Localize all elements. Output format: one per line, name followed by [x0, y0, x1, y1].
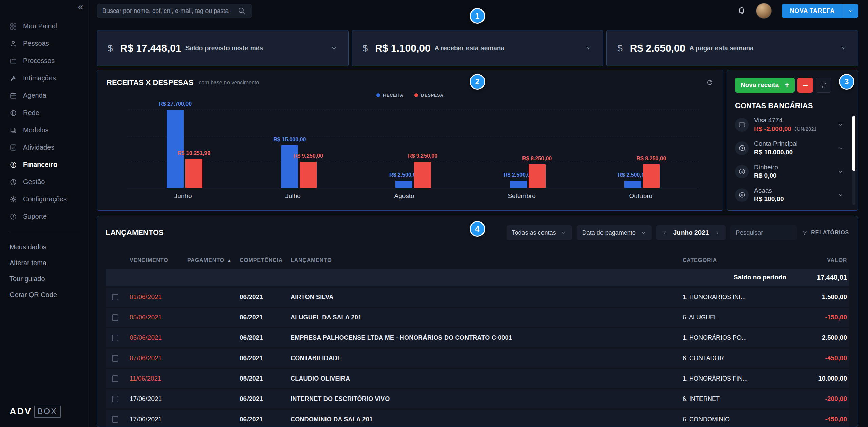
sidebar-item-intimacoes[interactable]: Intimações — [0, 70, 88, 87]
transfer-button[interactable] — [816, 78, 831, 93]
sidebar-link-alterar-tema[interactable]: Alterar tema — [0, 255, 88, 271]
receita-bar[interactable]: R$ 15.000,00 — [281, 145, 298, 188]
receita-bar[interactable]: R$ 27.700,00 — [167, 110, 184, 188]
row-checkbox[interactable] — [112, 294, 118, 300]
column-header-1[interactable]: PAGAMENTO▲ — [187, 257, 240, 264]
annotation-badge-1: 1 — [470, 8, 485, 24]
legend-despesa[interactable]: DESPESA — [414, 93, 443, 98]
transaction-row-5[interactable]: 17/06/2021 06/2021 INTERNET DO ESCRITÓRI… — [106, 389, 849, 408]
prev-month-button[interactable] — [662, 230, 667, 235]
account-row-3[interactable]: $ Asaas R$ 100,00 — [735, 183, 850, 207]
new-task-dropdown[interactable] — [843, 8, 858, 14]
transaction-row-4[interactable]: 11/06/2021 05/2021 CLAUDIO OLIVEIRA 1. H… — [106, 369, 849, 388]
row-checkbox[interactable] — [112, 314, 118, 321]
sidebar-item-configuracoes[interactable]: Configurações — [0, 191, 88, 208]
column-header-5[interactable]: VALOR — [788, 257, 847, 264]
sidebar-item-gestao[interactable]: Gestão — [0, 173, 88, 191]
summary-card-2[interactable]: $ R$ 1.100,00 A receber esta semana — [352, 30, 604, 66]
middle-row: RECEITAS X DESPESAS com base no vencimen… — [97, 70, 858, 211]
accounts-filter-select[interactable]: Todas as contas — [507, 225, 572, 240]
category: 6. ALUGUEL — [683, 314, 788, 321]
sidebar-item-meu-painel[interactable]: Meu Painel — [0, 18, 88, 35]
month-label: Junho — [174, 192, 192, 200]
account-balance: R$ 100,00 — [754, 195, 832, 203]
sidebar-item-financeiro[interactable]: $ Financeiro — [0, 156, 88, 173]
legend-receita[interactable]: RECEITA — [376, 93, 403, 98]
advbox-logo: ADV BOX — [9, 406, 61, 418]
account-row-1[interactable]: $ Conta Principal R$ 18.000,00 — [735, 136, 850, 160]
new-income-button[interactable]: Nova receita + — [735, 78, 795, 93]
checkbox-cell — [108, 294, 130, 300]
row-checkbox[interactable] — [112, 335, 118, 341]
user-avatar[interactable] — [756, 3, 772, 19]
next-month-button[interactable] — [715, 230, 720, 235]
sidebar-item-label: Meu Painel — [23, 22, 57, 30]
collapse-sidebar-icon[interactable]: « — [78, 1, 83, 12]
account-row-0[interactable]: Visa 4774 R$ -2.000,00 JUN/2021 — [735, 113, 850, 136]
row-checkbox[interactable] — [112, 396, 118, 402]
search-icon-wrap — [237, 6, 246, 15]
svg-text:$: $ — [12, 163, 14, 167]
despesa-bar[interactable]: R$ 8.250,00 — [529, 164, 546, 188]
transaction-row-3[interactable]: 07/06/2021 06/2021 CONTABILIDADE 6. CONT… — [106, 349, 849, 368]
transaction-row-0[interactable]: 01/06/2021 06/2021 AIRTON SILVA 1. HONOR… — [106, 288, 849, 307]
notifications-bell[interactable] — [737, 6, 746, 15]
row-checkbox[interactable] — [112, 416, 118, 423]
transactions-search[interactable] — [730, 225, 797, 240]
card-icon — [738, 121, 746, 128]
period-balance-row: Saldo no período 17.448,01 — [106, 269, 849, 286]
account-row-2[interactable]: $ Dinheiro R$ 0,00 — [735, 160, 850, 183]
column-header-3[interactable]: LANÇAMENTO — [291, 257, 683, 264]
column-header-4[interactable]: CATEGORIA — [683, 257, 788, 264]
despesa-bar[interactable]: R$ 9.250,00 — [414, 162, 431, 188]
legend-dot — [376, 93, 380, 97]
despesa-bar[interactable]: R$ 8.250,00 — [643, 164, 660, 188]
transaction-row-1[interactable]: 05/06/2021 06/2021 ALUGUEL DA SALA 201 6… — [106, 308, 849, 327]
legend-label: RECEITA — [383, 93, 403, 98]
new-task-button[interactable]: NOVA TAREFA — [782, 4, 858, 18]
receita-bar[interactable]: R$ 2.500,00 — [395, 181, 412, 188]
sidebar-item-agenda[interactable]: Agenda — [0, 87, 88, 104]
sidebar-item-pessoas[interactable]: Pessoas — [0, 35, 88, 52]
bar-group-1: R$ 15.000,00 R$ 9.250,00 — [281, 110, 317, 188]
row-checkbox[interactable] — [112, 355, 118, 362]
sidebar-divider — [9, 232, 79, 232]
transaction-row-2[interactable]: 05/06/2021 06/2021 EMPRESA PALHOCENSE LT… — [106, 328, 849, 347]
despesa-bar[interactable]: R$ 10.251,99 — [185, 159, 202, 188]
sidebar-item-suporte[interactable]: ? Suporte — [0, 208, 88, 225]
accounts-filter-value: Todas as contas — [512, 229, 556, 236]
column-header-0[interactable]: VENCIMENTO — [130, 257, 187, 264]
global-search-input[interactable] — [102, 7, 233, 15]
receita-bar[interactable]: R$ 2.500,00 — [624, 181, 641, 188]
receita-bar[interactable]: R$ 2.500,00 — [510, 181, 527, 188]
reports-button[interactable]: RELATÓRIOS — [802, 230, 849, 236]
global-search[interactable] — [97, 4, 252, 18]
row-checkbox[interactable] — [112, 375, 118, 382]
sidebar-link-tour-guiado[interactable]: Tour guiado — [0, 271, 88, 287]
summary-card-1[interactable]: $ R$ 17.448,01 Saldo previsto neste mês — [97, 30, 349, 66]
annotation-badge-3: 3 — [839, 74, 854, 90]
account-balance: R$ -2.000,00 JUN/2021 — [754, 125, 832, 133]
account-info: Asaas R$ 100,00 — [754, 187, 832, 203]
despesa-bar[interactable]: R$ 9.250,00 — [300, 162, 317, 188]
summary-card-3[interactable]: $ R$ 2.650,00 A pagar esta semana — [606, 30, 858, 66]
bar-group-2: R$ 2.500,00 R$ 9.250,00 — [395, 110, 431, 188]
date-filter-select[interactable]: Data de pagamento — [577, 225, 652, 240]
chevdown-icon — [585, 45, 592, 52]
transactions-search-input[interactable] — [736, 229, 791, 236]
sidebar-link-meus-dados[interactable]: Meus dados — [0, 239, 88, 255]
column-header-2[interactable]: COMPETÊNCIA — [240, 257, 291, 264]
amount: 10.000,00 — [788, 375, 847, 382]
chart-months: JunhoJulhoAgostoSetembroOutubro — [127, 192, 699, 200]
new-expense-button[interactable]: – — [797, 78, 813, 93]
sidebar-item-modelos[interactable]: Modelos — [0, 121, 88, 139]
accounts-scrollbar-thumb[interactable] — [852, 116, 855, 171]
refresh-button[interactable] — [706, 79, 713, 86]
transaction-row-6[interactable]: 17/06/2021 06/2021 CONDOMÍNIO DA SALA 20… — [106, 410, 849, 427]
sidebar-item-rede[interactable]: Rede — [0, 104, 88, 121]
account-name: Conta Principal — [754, 140, 832, 148]
sidebar-link-gerar-qr-code[interactable]: Gerar QR Code — [0, 287, 88, 303]
sidebar-item-processos[interactable]: Processos — [0, 52, 88, 70]
dollar-sign-icon: $ — [617, 43, 622, 54]
sidebar-item-atividades[interactable]: Atividades — [0, 139, 88, 156]
